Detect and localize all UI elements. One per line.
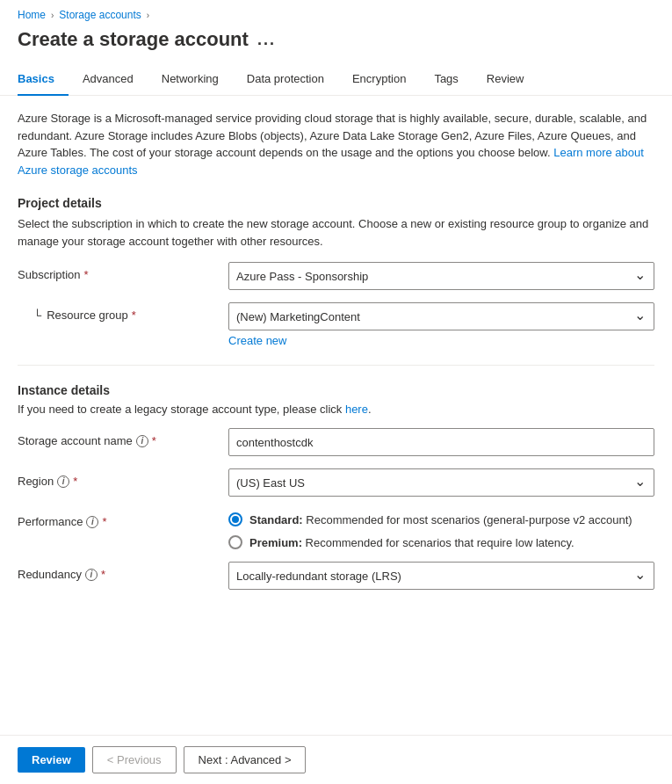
breadcrumb-sep2: ›: [147, 11, 149, 20]
redundancy-row: Redundancy i * Locally-redundant storage…: [18, 562, 654, 590]
section-divider-1: [18, 365, 654, 366]
redundancy-info-icon[interactable]: i: [85, 569, 98, 581]
region-select[interactable]: (US) East US: [228, 468, 654, 497]
next-button[interactable]: Next : Advanced >: [184, 746, 307, 773]
breadcrumb-home[interactable]: Home: [18, 9, 46, 21]
performance-control: Standard: Recommended for most scenarios…: [228, 509, 654, 549]
breadcrumb-storage-accounts[interactable]: Storage accounts: [59, 9, 141, 21]
page-title-row: Create a storage account ...: [0, 25, 672, 63]
storage-name-label: Storage account name i *: [18, 428, 228, 447]
redundancy-select[interactable]: Locally-redundant storage (LRS): [228, 562, 654, 590]
create-new-link[interactable]: Create new: [228, 334, 286, 347]
performance-row: Performance i * Standard: Recommended fo…: [18, 509, 654, 549]
resource-group-select[interactable]: (New) MarketingContent: [228, 302, 654, 330]
previous-button[interactable]: < Previous: [92, 746, 177, 773]
main-content: Azure Storage is a Microsoft-managed ser…: [0, 96, 672, 672]
subscription-control: Azure Pass - Sponsorship: [228, 262, 654, 290]
resource-group-control: (New) MarketingContent Create new: [228, 302, 654, 347]
performance-premium-radio[interactable]: [228, 535, 242, 549]
breadcrumb: Home › Storage accounts ›: [0, 0, 672, 25]
resource-group-row: └ Resource group * (New) MarketingConten…: [18, 302, 654, 347]
performance-info-icon[interactable]: i: [86, 516, 98, 528]
page-options-button[interactable]: ...: [257, 31, 276, 49]
subscription-label: Subscription *: [18, 262, 228, 281]
storage-name-info-icon[interactable]: i: [136, 435, 148, 447]
instance-details-title: Instance details: [18, 383, 654, 397]
performance-standard-label: Standard: Recommended for most scenarios…: [249, 513, 632, 526]
bottom-action-bar: Review < Previous Next : Advanced >: [0, 735, 672, 784]
legacy-link[interactable]: here: [345, 403, 368, 416]
performance-standard-radio[interactable]: [228, 512, 242, 526]
performance-required: *: [102, 515, 106, 528]
storage-name-row: Storage account name i *: [18, 428, 654, 456]
page-title: Create a storage account: [18, 28, 249, 51]
review-button[interactable]: Review: [18, 747, 85, 773]
region-row: Region i * (US) East US: [18, 468, 654, 497]
region-info-icon[interactable]: i: [57, 475, 69, 488]
performance-standard-option[interactable]: Standard: Recommended for most scenarios…: [228, 512, 654, 526]
tab-networking[interactable]: Networking: [148, 63, 233, 96]
performance-label: Performance i *: [18, 509, 228, 528]
tab-tags[interactable]: Tags: [420, 63, 472, 96]
subscription-required: *: [84, 268, 89, 281]
breadcrumb-sep1: ›: [51, 11, 54, 20]
tab-bar: Basics Advanced Networking Data protecti…: [0, 63, 672, 96]
redundancy-control: Locally-redundant storage (LRS): [228, 562, 654, 590]
project-details-desc: Select the subscription in which to crea…: [18, 215, 654, 250]
storage-name-required: *: [152, 434, 156, 447]
instance-legacy-text: If you need to create a legacy storage a…: [18, 403, 654, 416]
tab-data-protection[interactable]: Data protection: [233, 63, 338, 96]
intro-description: Azure Storage is a Microsoft-managed ser…: [18, 110, 654, 178]
storage-name-control: [228, 428, 654, 456]
redundancy-label: Redundancy i *: [18, 562, 228, 581]
project-details-title: Project details: [18, 196, 654, 210]
performance-premium-label: Premium: Recommended for scenarios that …: [249, 536, 574, 549]
subscription-select[interactable]: Azure Pass - Sponsorship: [228, 262, 654, 290]
performance-radio-group: Standard: Recommended for most scenarios…: [228, 509, 654, 549]
resource-group-required: *: [132, 309, 136, 322]
resource-group-label: └ Resource group *: [18, 302, 228, 322]
subscription-row: Subscription * Azure Pass - Sponsorship: [18, 262, 654, 290]
tab-review[interactable]: Review: [473, 63, 538, 96]
storage-name-input[interactable]: [228, 428, 654, 456]
tab-basics[interactable]: Basics: [18, 63, 69, 96]
tab-advanced[interactable]: Advanced: [69, 63, 148, 96]
region-label: Region i *: [18, 468, 228, 488]
tab-encryption[interactable]: Encryption: [338, 63, 420, 96]
region-control: (US) East US: [228, 468, 654, 497]
performance-premium-option[interactable]: Premium: Recommended for scenarios that …: [228, 535, 654, 549]
redundancy-required: *: [101, 568, 105, 581]
region-required: *: [73, 475, 77, 488]
